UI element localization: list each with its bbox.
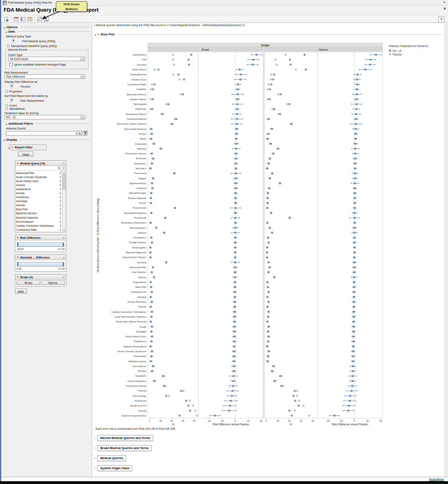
list-item[interactable]: Acute Kidney Injury2 bbox=[15, 179, 62, 183]
adverse-events-input[interactable] bbox=[6, 131, 76, 135]
risk-plot-outline-header[interactable]: ◢ ▼ Risk Plot bbox=[94, 33, 442, 36]
close-icon[interactable]: × bbox=[444, 6, 446, 11]
header-rule bbox=[117, 34, 442, 35]
radio-sort-rm-label: Risk Measurement bbox=[20, 99, 44, 102]
chevron-down-icon: ▾ bbox=[80, 115, 85, 119]
medical-queries-section-button[interactable]: Medical Queries bbox=[97, 455, 126, 461]
options-outline-header[interactable]: ◢ Options bbox=[3, 25, 90, 29]
clear-button[interactable]: Clear bbox=[18, 152, 33, 156]
list-item[interactable]: Anemia2 bbox=[15, 183, 62, 187]
radio-proportion[interactable]: Proportion bbox=[5, 90, 92, 93]
options-title: Options bbox=[6, 25, 18, 29]
scroll-up-icon[interactable]: ▲ bbox=[62, 171, 66, 174]
system-organ-class-section-button[interactable]: System Organ Class bbox=[97, 465, 132, 471]
list-item[interactable]: Arthralgia2 bbox=[15, 199, 62, 203]
absolute-difference-range-slider[interactable] bbox=[17, 262, 64, 267]
radio-sort-risk-measurement[interactable]: Risk Measurement bbox=[5, 98, 92, 104]
journal-button[interactable] bbox=[27, 16, 33, 23]
risk-plot-canvas[interactable]: ScopeBroadNarrow010203040010203040-20-10… bbox=[94, 39, 444, 433]
list-item[interactable]: Angioedema2 bbox=[15, 187, 62, 191]
scrollbar[interactable]: ▲ ▼ bbox=[62, 171, 66, 232]
section-system-organ-class[interactable]: ▷ System Organ Class bbox=[94, 465, 132, 471]
radio-percent[interactable]: Percent bbox=[5, 84, 92, 90]
report-filter-header[interactable]: ◢ ▼ Report Filter bbox=[8, 144, 92, 150]
scope-filter-header: ▼ Scope (2) × bbox=[15, 275, 66, 280]
svg-text:Fall: Fall bbox=[142, 58, 146, 61]
svg-text:Vomiting: Vomiting bbox=[137, 261, 146, 264]
list-item[interactable]: Cardiac Conduction Disturbance2 bbox=[15, 224, 62, 228]
scrollbar-thumb[interactable] bbox=[63, 174, 65, 189]
slider-handle-min[interactable] bbox=[17, 243, 18, 246]
section-narrow-queries[interactable]: ▷ Narrow Medical Queries and Terms bbox=[94, 435, 153, 441]
treatment-sort-select[interactable]: NIC .15 ▾ bbox=[4, 115, 85, 119]
slider-handle-max[interactable] bbox=[63, 243, 64, 246]
scrollbar-track[interactable] bbox=[62, 189, 66, 229]
red-triangle-icon[interactable]: ▼ bbox=[16, 236, 19, 239]
export-report-button[interactable] bbox=[3, 16, 10, 23]
slider-handle-min[interactable] bbox=[17, 263, 18, 266]
nicardipine-link[interactable]: Nicardipine bbox=[429, 478, 444, 481]
radio-fm-query[interactable]: FDA Medical Query (FMQ) bbox=[7, 38, 92, 44]
close-icon[interactable]: × bbox=[63, 256, 65, 259]
list-item[interactable]: Abdominal Pain2 bbox=[15, 171, 62, 175]
clear-x-button[interactable]: × bbox=[77, 131, 82, 135]
list-item[interactable]: Acute Coronary Syndrome2 bbox=[15, 175, 62, 179]
help-button[interactable]: ? bbox=[438, 16, 444, 23]
radio-smq-query[interactable]: Standardized MedDRA Query (SMQ) bbox=[7, 45, 92, 47]
ignore-flags-checkbox[interactable]: Ignore available treatment emergent flag… bbox=[9, 63, 86, 66]
window-menu-icon[interactable]: ▼ bbox=[443, 1, 446, 4]
scope-broad-button[interactable]: Broad bbox=[16, 281, 40, 285]
svg-text:Purulent Material: Purulent Material bbox=[128, 197, 146, 199]
display-outline-header[interactable]: ◢ Display bbox=[3, 138, 90, 142]
radio-sort-alphabetical[interactable]: Alphabetical bbox=[5, 107, 92, 110]
risk-difference-range-slider[interactable] bbox=[17, 242, 64, 247]
data-table-button[interactable] bbox=[13, 16, 20, 23]
additional-filters-header[interactable]: ◢ Additional Filters bbox=[5, 122, 90, 125]
red-triangle-icon[interactable]: ▼ bbox=[16, 162, 19, 164]
chevron-down-icon[interactable]: ▾ bbox=[61, 166, 66, 170]
svg-text:-20: -20 bbox=[326, 420, 330, 422]
and-button[interactable]: AND bbox=[15, 289, 27, 293]
radio-sort-count[interactable]: Count bbox=[5, 104, 92, 107]
svg-text:Stroke and TIA: Stroke and TIA bbox=[130, 404, 146, 407]
radio-proportion-label: Proportion bbox=[9, 90, 22, 93]
callout-line1: Drill Down bbox=[56, 2, 87, 7]
section-medical-queries[interactable]: ▷ Medical Queries bbox=[94, 455, 126, 461]
close-icon[interactable]: × bbox=[63, 275, 65, 279]
svg-text:Respiratory Depression: Respiratory Depression bbox=[121, 221, 146, 224]
close-icon[interactable]: × bbox=[63, 236, 65, 240]
drilldown-forest-plot-button[interactable] bbox=[43, 16, 50, 23]
data-outline-header[interactable]: ◢ Data bbox=[5, 30, 90, 33]
narrow-queries-section-button[interactable]: Narrow Medical Queries and Terms bbox=[97, 435, 153, 441]
scope-narrow-button[interactable]: Narrow bbox=[41, 281, 65, 285]
search-input[interactable] bbox=[15, 166, 57, 170]
red-triangle-icon[interactable]: ▼ bbox=[11, 146, 14, 149]
risk-measurement-select[interactable]: Risk Difference ▾ bbox=[4, 74, 85, 79]
treatment-sort-value: NIC .15 bbox=[5, 116, 80, 119]
list-item[interactable]: Back Pain2 bbox=[15, 207, 62, 211]
close-icon[interactable]: × bbox=[63, 162, 65, 165]
list-item[interactable]: Arrhythmia2 bbox=[15, 195, 62, 199]
svg-text:-20: -20 bbox=[207, 420, 211, 422]
svg-text:Acute Kidney Injury: Acute Kidney Injury bbox=[125, 335, 146, 338]
list-item[interactable]: Arthritis1 bbox=[15, 203, 62, 207]
event-type-select[interactable]: All event types ▾ bbox=[8, 57, 85, 61]
list-item[interactable]: Bacterial Infection2 bbox=[15, 211, 62, 215]
section-broad-queries[interactable]: ▷ Broad Medical Queries and Terms bbox=[94, 445, 151, 451]
scroll-down-icon[interactable]: ▼ bbox=[62, 229, 66, 232]
red-triangle-icon[interactable]: ▼ bbox=[97, 33, 100, 36]
list-item[interactable]: Bronchospasm2 bbox=[15, 219, 62, 224]
list-item[interactable]: Bacterial Vaginosis1 bbox=[15, 215, 62, 219]
svg-text:20: 20 bbox=[170, 420, 173, 422]
list-item[interactable]: Confusional State2 bbox=[15, 228, 62, 232]
red-triangle-icon[interactable]: ▼ bbox=[16, 276, 19, 278]
report-table-button[interactable] bbox=[20, 16, 27, 23]
drilldown-risk-plot-button[interactable] bbox=[36, 16, 43, 23]
list-item[interactable]: Anxiety1 bbox=[15, 191, 62, 195]
apply-filter-button[interactable] bbox=[83, 131, 88, 135]
slider-handle-max[interactable] bbox=[63, 263, 64, 266]
red-triangle-icon[interactable]: ▼ bbox=[16, 256, 19, 258]
disclosure-open-icon: ◢ bbox=[5, 122, 7, 125]
svg-text:Diarrhea: Diarrhea bbox=[137, 148, 147, 150]
broad-queries-section-button[interactable]: Broad Medical Queries and Terms bbox=[97, 445, 151, 451]
